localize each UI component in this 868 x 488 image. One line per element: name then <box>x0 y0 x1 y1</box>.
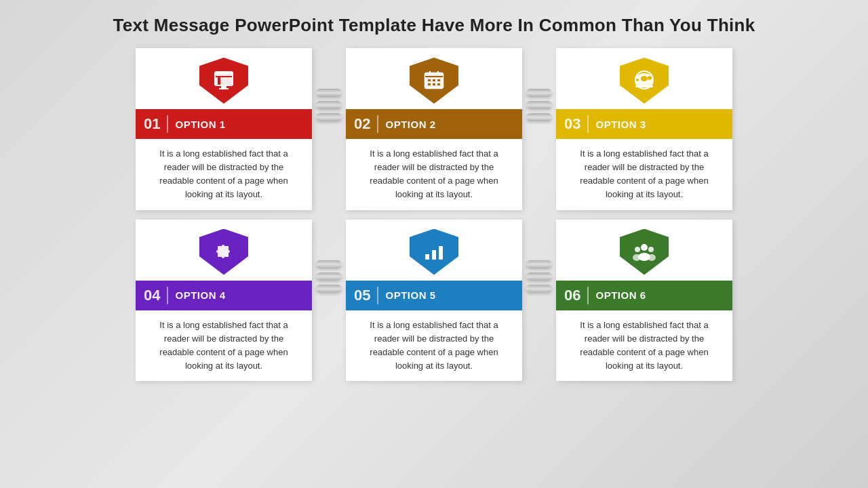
card-2-header: 02 OPTION 2 <box>346 109 522 139</box>
card-1: 01 OPTION 1 It is a long established fac… <box>136 48 312 210</box>
svg-rect-2 <box>218 77 220 85</box>
card-6-icon <box>620 229 669 275</box>
card-4-body: It is a long established fact that a rea… <box>136 310 312 382</box>
connector-bar <box>526 260 552 268</box>
svg-rect-25 <box>425 254 429 260</box>
svg-rect-21 <box>635 85 653 87</box>
card-6-icon-area <box>556 220 732 281</box>
row-1: 01 OPTION 1 It is a long established fac… <box>136 48 732 210</box>
svg-point-29 <box>635 247 640 252</box>
connector-bar <box>526 113 552 121</box>
svg-rect-15 <box>428 83 431 85</box>
connector-bar <box>316 89 342 97</box>
svg-rect-17 <box>437 83 440 85</box>
connector-3 <box>312 260 346 293</box>
card-3: 03 OPTION 3 It is a long established fac… <box>556 48 732 210</box>
connector-bar <box>316 285 342 293</box>
svg-point-28 <box>641 244 648 251</box>
svg-rect-12 <box>428 79 431 81</box>
card-4-icon-area <box>136 220 312 281</box>
card-1-icon <box>199 58 248 104</box>
card-1-label: OPTION 1 <box>175 119 225 130</box>
svg-rect-26 <box>432 250 436 260</box>
card-2-icon <box>410 58 458 104</box>
connector-bar <box>526 272 552 281</box>
connector-bar <box>526 101 552 109</box>
card-5-icon-area <box>346 220 522 281</box>
svg-rect-14 <box>437 79 440 81</box>
connector-bar <box>526 89 552 97</box>
connector-bar <box>316 260 342 268</box>
svg-rect-6 <box>219 88 229 89</box>
card-3-header: 03 OPTION 3 <box>556 109 732 139</box>
connector-2 <box>522 89 556 121</box>
svg-point-32 <box>633 254 641 261</box>
card-3-icon-area <box>556 48 732 109</box>
card-2-label: OPTION 2 <box>385 119 435 130</box>
svg-rect-3 <box>215 76 233 77</box>
svg-point-30 <box>648 247 654 252</box>
card-1-icon-area <box>136 48 312 109</box>
card-5-label: OPTION 5 <box>385 289 435 301</box>
card-4-icon <box>199 229 248 275</box>
connector-bar <box>316 272 342 281</box>
svg-rect-9 <box>425 76 443 77</box>
card-3-icon <box>620 58 669 104</box>
card-3-body: It is a long established fact that a rea… <box>556 139 732 210</box>
card-6-number: 06 <box>564 287 580 304</box>
card-6-header: 06 OPTION 6 <box>556 281 732 310</box>
card-2-icon-area <box>346 48 522 109</box>
connector-4 <box>522 260 556 293</box>
svg-rect-27 <box>439 246 443 260</box>
card-1-header: 01 OPTION 1 <box>136 109 312 139</box>
connector-bar <box>526 285 552 293</box>
svg-point-33 <box>648 254 656 261</box>
card-4-label: OPTION 4 <box>175 289 225 301</box>
card-3-label: OPTION 3 <box>595 119 646 130</box>
connector-bar <box>316 113 342 121</box>
card-3-number: 03 <box>564 115 580 133</box>
svg-rect-16 <box>433 83 435 85</box>
card-1-number: 01 <box>144 115 160 133</box>
card-4-header: 04 OPTION 4 <box>136 281 312 310</box>
card-2-body: It is a long established fact that a rea… <box>346 139 522 210</box>
connector-bar <box>316 101 342 109</box>
card-1-body: It is a long established fact that a rea… <box>136 139 312 210</box>
svg-point-23 <box>641 76 648 81</box>
connector-1 <box>312 89 346 121</box>
card-5-body: It is a long established fact that a rea… <box>346 310 522 382</box>
card-6-label: OPTION 6 <box>595 289 646 301</box>
main-title: Text Message PowerPoint Template Have Mo… <box>113 15 755 36</box>
svg-rect-5 <box>221 85 226 88</box>
card-6: 06 OPTION 6 It is a long established fac… <box>556 220 732 382</box>
card-5-header: 05 OPTION 5 <box>346 281 522 310</box>
card-2-number: 02 <box>354 115 370 133</box>
card-2: 02 OPTION 2 It is a long established fac… <box>346 48 522 210</box>
svg-rect-13 <box>433 79 435 81</box>
slides-area: 01 OPTION 1 It is a long established fac… <box>136 48 732 381</box>
card-5: 05 OPTION 5 It is a long established fac… <box>346 220 522 382</box>
row-2: 04 OPTION 4 It is a long established fac… <box>136 220 732 382</box>
card-4: 04 OPTION 4 It is a long established fac… <box>136 220 312 382</box>
card-4-number: 04 <box>144 287 160 304</box>
svg-point-24 <box>648 76 652 80</box>
card-5-icon <box>410 229 458 275</box>
svg-point-22 <box>636 79 639 81</box>
card-6-body: It is a long established fact that a rea… <box>556 310 732 382</box>
card-5-number: 05 <box>354 287 370 304</box>
